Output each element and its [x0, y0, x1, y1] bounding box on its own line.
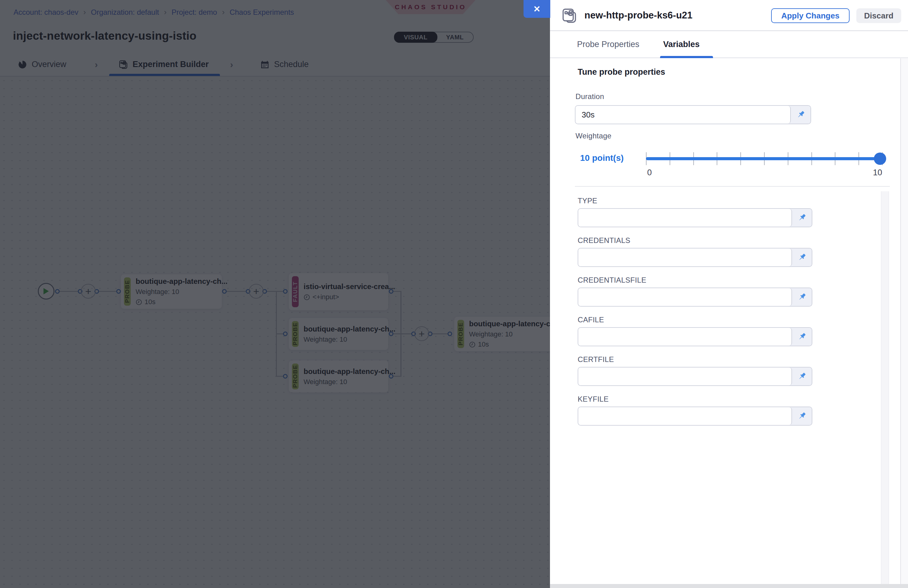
discard-button[interactable]: Discard [856, 8, 901, 23]
variable-input-type[interactable] [578, 209, 792, 227]
drawer-scrollbar[interactable] [900, 58, 908, 588]
pin-runtime-input-button[interactable] [791, 106, 810, 124]
variable-input-credentials[interactable] [578, 249, 792, 266]
pin-runtime-input-button[interactable] [792, 288, 812, 306]
variable-label-certfile: CERTFILE [578, 355, 614, 364]
duration-field-group [575, 105, 811, 124]
weightage-slider-handle[interactable] [874, 153, 886, 165]
drawer-horizontal-scrollbar[interactable] [550, 584, 908, 588]
probe-name-title: new-http-probe-ks6-u21 [584, 10, 692, 21]
pin-runtime-input-button[interactable] [792, 407, 812, 425]
modal-scrim [0, 0, 550, 588]
weightage-label: Weightage [575, 132, 612, 140]
pin-icon [797, 371, 807, 381]
variable-input-cafile[interactable] [578, 328, 792, 345]
pin-runtime-input-button[interactable] [792, 328, 812, 345]
variable-input-certfile[interactable] [578, 368, 792, 386]
divider [575, 186, 890, 187]
variable-field-group [578, 406, 812, 426]
variable-field-group [578, 327, 812, 346]
variable-field-group [578, 248, 812, 267]
variable-label-cafile: CAFILE [578, 315, 604, 324]
variables-scrollbar[interactable] [881, 191, 889, 584]
variable-field-group [578, 208, 812, 227]
variable-field-group [578, 367, 812, 386]
close-icon: ✕ [533, 4, 541, 14]
slider-max-label: 10 [864, 168, 882, 177]
pin-icon [797, 292, 807, 302]
pin-runtime-input-button[interactable] [792, 209, 812, 227]
duration-label: Duration [575, 92, 604, 101]
tab-probe-properties[interactable]: Probe Properties [577, 31, 639, 58]
probe-config-drawer: new-http-probe-ks6-u21 Apply Changes Dis… [550, 0, 908, 588]
variable-field-group [578, 288, 812, 307]
section-title: Tune probe properties [578, 67, 665, 77]
pin-icon [797, 411, 807, 421]
drawer-tabs: Probe Properties Variables [550, 31, 908, 58]
pin-icon [797, 213, 807, 223]
weightage-value: 10 point(s) [580, 153, 624, 163]
pin-runtime-input-button[interactable] [792, 249, 812, 266]
duration-input[interactable] [575, 106, 791, 124]
drawer-header: new-http-probe-ks6-u21 Apply Changes Dis… [550, 0, 908, 31]
variable-input-keyfile[interactable] [578, 407, 792, 425]
weightage-slider-track[interactable] [646, 157, 882, 160]
variable-label-keyfile: KEYFILE [578, 395, 609, 403]
tab-variables[interactable]: Variables [663, 31, 700, 58]
variable-label-credentialsfile: CREDENTIALSFILE [578, 276, 646, 284]
variable-label-type: TYPE [578, 196, 597, 205]
variable-input-credentialsfile[interactable] [578, 288, 792, 306]
pin-icon [796, 110, 806, 120]
probe-document-icon [561, 7, 578, 24]
pin-icon [797, 252, 807, 262]
pin-icon [797, 332, 807, 342]
apply-changes-button[interactable]: Apply Changes [771, 8, 850, 23]
app-root: Account: chaos-dev › Organization: defau… [0, 0, 908, 588]
pin-runtime-input-button[interactable] [792, 368, 812, 386]
variable-label-credentials: CREDENTIALS [578, 236, 630, 245]
drawer-close-button[interactable]: ✕ [523, 0, 550, 18]
slider-min-label: 0 [647, 168, 652, 177]
active-tab-underline [660, 56, 713, 58]
